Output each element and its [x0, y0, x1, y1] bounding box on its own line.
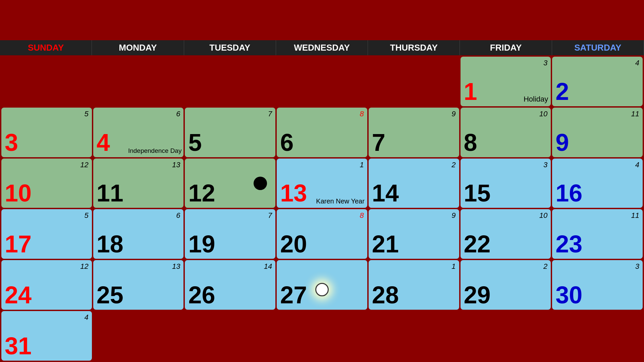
cell-day-number: 19: [188, 232, 215, 256]
burmese-year: [7, 15, 141, 27]
calendar-cell: [277, 57, 367, 106]
calendar-cell: 921: [369, 209, 459, 259]
cell-sub-number: 11: [631, 110, 639, 118]
cell-event: Karen New Year: [316, 197, 365, 205]
cell-day-number: 1: [464, 79, 477, 104]
calendar-cell: 42: [552, 57, 643, 106]
cell-sub-number: 4: [635, 161, 639, 169]
cell-sub-number: 7: [268, 110, 272, 118]
cell-sub-number: 7: [268, 211, 272, 220]
calendar-cell: 75: [185, 108, 275, 157]
day-header-friday: FRIDAY: [460, 40, 552, 55]
calendar-cell: 431: [1, 311, 92, 361]
calendar-cell: 128: [369, 260, 459, 310]
calendar-cell: 1311: [93, 159, 184, 208]
calendar-cell: [93, 57, 184, 106]
cell-day-number: 10: [5, 181, 32, 205]
calendar-cell: [1, 57, 92, 106]
calendar-cell: [369, 311, 459, 361]
cell-sub-number: 8: [360, 211, 364, 220]
cell-sub-number: 12: [80, 262, 88, 271]
cell-day-number: 23: [555, 232, 582, 256]
cell-sub-number: 14: [264, 262, 272, 271]
cell-day-number: 11: [97, 181, 123, 205]
cell-sub-number: 2: [451, 161, 455, 169]
calendar-cell: 1426: [185, 260, 275, 310]
calendar-grid: 31Holiday425364Independence Day758697108…: [0, 55, 644, 362]
day-header-thursday: THURSDAY: [368, 40, 460, 55]
cell-day-number: 12: [188, 181, 215, 205]
cell-day-number: 16: [555, 181, 582, 205]
cell-sub-number: 1: [360, 161, 364, 169]
year-of-buddhism: [7, 3, 141, 15]
cell-day-number: 18: [97, 232, 123, 256]
calendar-cell: 330: [552, 260, 643, 310]
cell-sub-number: 9: [451, 211, 455, 220]
cell-sub-number: 1: [451, 262, 455, 271]
cell-sub-number: 4: [635, 59, 639, 67]
cell-sub-number: 2: [543, 262, 547, 271]
calendar-cell: 1123: [552, 209, 643, 259]
cell-event: Holiday: [524, 95, 548, 104]
calendar-cell: 27: [277, 260, 367, 310]
moon-full-icon: [254, 177, 267, 190]
calendar-cell: 229: [461, 260, 551, 310]
cell-day-number: 22: [464, 232, 491, 256]
calendar-cell: 1325: [93, 260, 184, 310]
cell-day-number: 13: [280, 181, 307, 205]
cell-day-number: 14: [372, 181, 399, 205]
cell-sub-number: 3: [543, 161, 547, 169]
calendar-cell: 1224: [1, 260, 92, 310]
cell-sub-number: 13: [172, 161, 180, 169]
cell-day-number: 15: [464, 181, 491, 205]
calendar-cell: 12: [185, 159, 275, 208]
calendar-cell: 113Karen New Year: [277, 159, 367, 208]
calendar-cell: 119: [552, 108, 643, 157]
cell-day-number: 21: [372, 232, 399, 256]
calendar-cell: [185, 311, 275, 361]
cell-day-number: 28: [372, 283, 399, 307]
day-header-saturday: SATURDAY: [552, 40, 644, 55]
cell-sub-number: 13: [172, 262, 180, 271]
cell-day-number: 4: [97, 130, 110, 155]
cell-sub-number: 3: [635, 262, 639, 271]
calendar-cell: [93, 311, 184, 361]
moon-new-icon: [315, 283, 329, 296]
cell-sub-number: 4: [84, 313, 88, 322]
cell-sub-number: 6: [176, 110, 180, 118]
cell-sub-number: 8: [360, 110, 364, 118]
cell-sub-number: 3: [543, 59, 547, 67]
cell-day-number: 25: [97, 283, 123, 307]
calendar-cell: 618: [93, 209, 184, 259]
calendar-cell: 108: [461, 108, 551, 157]
cell-day-number: 9: [555, 130, 569, 155]
calendar-cell: 1210: [1, 159, 92, 208]
day-header-tuesday: TUESDAY: [184, 40, 276, 55]
calendar-cell: 214: [369, 159, 459, 208]
cell-day-number: 7: [372, 130, 385, 155]
cell-day-number: 8: [464, 130, 477, 155]
day-header-wednesday: WEDNESDAY: [276, 40, 368, 55]
calendar-cell: 1022: [461, 209, 551, 259]
cell-sub-number: 6: [176, 211, 180, 220]
day-header-monday: MONDAY: [92, 40, 184, 55]
cell-day-number: 27: [280, 283, 307, 307]
cell-day-number: 5: [188, 130, 202, 155]
cell-sub-number: 9: [451, 110, 455, 118]
calendar-cell: [277, 311, 367, 361]
cell-sub-number: 5: [84, 211, 88, 220]
calendar-cell: [185, 57, 275, 106]
calendar-cell: [369, 57, 459, 106]
calendar-cell: 416: [552, 159, 643, 208]
calendar-cell: 820: [277, 209, 367, 259]
cell-sub-number: 11: [631, 211, 639, 220]
cell-day-number: 29: [464, 283, 491, 307]
calendar-cell: 86: [277, 108, 367, 157]
cell-day-number: 24: [5, 283, 32, 307]
calendar-cell: 31Holiday: [461, 57, 551, 106]
calendar-cell: 315: [461, 159, 551, 208]
day-headers-row: SUNDAYMONDAYTUESDAYWEDNESDAYTHURSDAYFRID…: [0, 40, 644, 55]
cell-day-number: 17: [5, 232, 32, 256]
cell-sub-number: 10: [539, 110, 547, 118]
cell-day-number: 26: [188, 283, 215, 307]
